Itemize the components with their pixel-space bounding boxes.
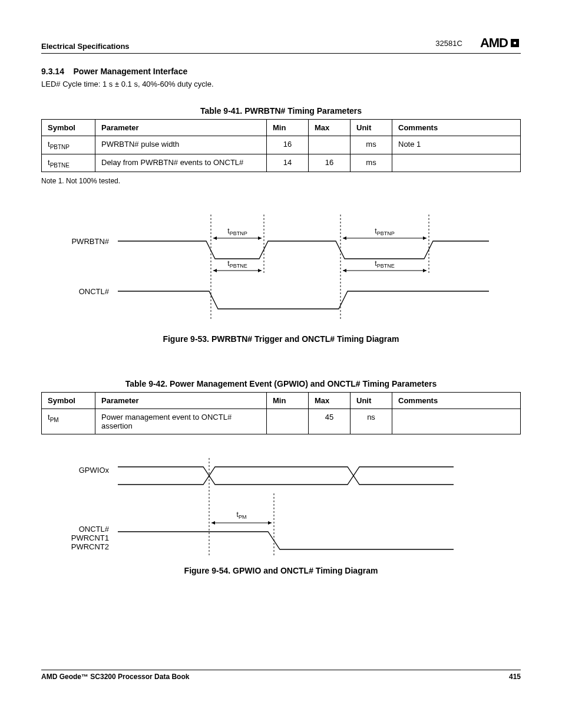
cell-unit: ns [351,409,392,434]
table-header-row: Symbol Parameter Min Max Unit Comments [42,120,521,136]
cell-unit: ms [351,154,392,172]
figure-54-diagram: GPWIOx ONCTL# PWRCNT1 PWRCNT2 tPM [41,458,521,560]
th-max: Max [309,393,351,409]
section-heading: 9.3.14 Power Management Interface [41,67,521,76]
section-number: 9.3.14 [41,67,64,76]
page-footer: AMD Geode™ SC3200 Processor Data Book 41… [41,670,521,681]
table-41-note: Note 1. Not 100% tested. [41,177,521,185]
table-row: tPBTNP PWRBTN# pulse width 16 ms Note 1 [42,136,521,154]
cell-max [309,136,351,154]
svg-text:tPBTNP: tPBTNP [227,227,247,236]
doc-number: 32581C [435,39,462,48]
pwrcnt2-label: PWRCNT2 [71,542,109,551]
th-comments: Comments [392,393,521,409]
th-symbol: Symbol [42,393,95,409]
header-section-name: Electrical Specifications [41,42,130,51]
page-header: Electrical Specifications 32581C AMD [41,0,521,54]
cell-symbol: tPBTNP [42,136,95,154]
cell-max: 16 [309,154,351,172]
section-title-text: Power Management Interface [74,67,188,76]
cell-min: 14 [267,154,309,172]
led-cycle-text: LED# Cycle time: 1 s ± 0.1 s, 40%-60% du… [41,80,521,88]
table-header-row: Symbol Parameter Min Max Unit Comments [42,393,521,409]
figure-53-diagram: PWRBTN# ONCTL# tPBTNP tPBTNP tPBTNE tPBT… [41,215,521,328]
th-symbol: Symbol [42,120,95,136]
table-row: tPM Power management event to ONCTL# ass… [42,409,521,434]
svg-text:tPBTNE: tPBTNE [227,259,247,269]
onctl-label: ONCTL# [79,287,110,296]
cell-comments: Note 1 [392,136,521,154]
th-parameter: Parameter [95,120,267,136]
table-row: tPBTNE Delay from PWRBTN# events to ONCT… [42,154,521,172]
th-max: Max [309,120,351,136]
cell-parameter: PWRBTN# pulse width [95,136,267,154]
th-unit: Unit [351,120,392,136]
cell-min [267,409,309,434]
svg-text:tPM: tPM [237,510,247,520]
th-comments: Comments [392,120,521,136]
figure-54-caption: Figure 9-54. GPWIO and ONCTL# Timing Dia… [41,566,521,575]
table-41-caption: Table 9-41. PWRBTN# Timing Parameters [41,106,521,116]
cell-max: 45 [309,409,351,434]
pwrbtn-label: PWRBTN# [71,237,109,246]
svg-text:tPBTNE: tPBTNE [375,259,394,269]
th-min: Min [267,120,309,136]
pwrcnt1-label: PWRCNT1 [71,533,109,542]
cell-symbol: tPBTNE [42,154,95,172]
footer-page-number: 415 [509,673,521,681]
cell-parameter: Delay from PWRBTN# events to ONCTL# [95,154,267,172]
onctl-label: ONCTL# [79,525,110,533]
footer-book-title: AMD Geode™ SC3200 Processor Data Book [41,673,189,681]
svg-text:tPBTNP: tPBTNP [375,227,394,236]
th-parameter: Parameter [95,393,267,409]
table-42-caption: Table 9-42. Power Management Event (GPWI… [41,379,521,388]
cell-min: 16 [267,136,309,154]
cell-unit: ms [351,136,392,154]
th-min: Min [267,393,309,409]
header-right-group: 32581C AMD [435,35,521,51]
table-42: Symbol Parameter Min Max Unit Comments t… [41,392,521,434]
th-unit: Unit [351,393,392,409]
cell-symbol: tPM [42,409,95,434]
table-41: Symbol Parameter Min Max Unit Comments t… [41,119,521,172]
cell-comments [392,154,521,172]
cell-parameter: Power management event to ONCTL# asserti… [95,409,267,434]
gpwiox-label: GPWIOx [79,466,110,475]
figure-53-caption: Figure 9-53. PWRBTN# Trigger and ONCTL# … [41,334,521,344]
amd-logo-icon: AMD [480,35,521,51]
cell-comments [392,409,521,434]
